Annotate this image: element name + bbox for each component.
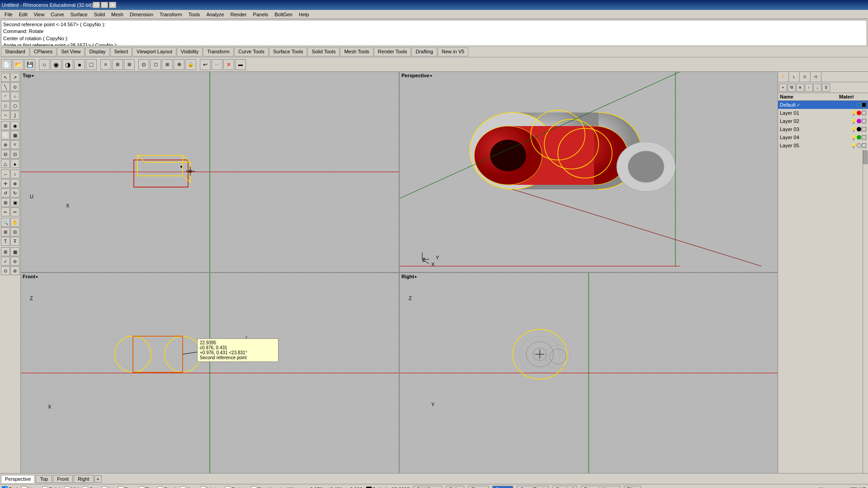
close-button[interactable]: ✕ — [109, 2, 116, 8]
vp-tab-top[interactable]: Top — [36, 475, 52, 483]
layer-02-material[interactable] — [862, 119, 866, 123]
snap-disable[interactable]: Disable — [251, 486, 274, 488]
menu-mesh[interactable]: Mesh — [108, 11, 126, 18]
layers-scrollbar[interactable] — [863, 150, 868, 473]
snap-perp-check[interactable] — [118, 486, 124, 488]
tool-save[interactable]: 💾 — [24, 59, 35, 70]
tool-curve2[interactable]: ∫ — [10, 111, 19, 120]
tab-drafting[interactable]: Drafting — [411, 47, 437, 56]
snap-point-check[interactable] — [42, 486, 48, 488]
viewport-front[interactable]: Front ▸ Z X — [21, 273, 399, 473]
snap-point[interactable]: Point — [42, 486, 60, 488]
tool-trim1[interactable]: ✁ — [1, 207, 10, 216]
tool-props[interactable]: ⊞ — [112, 59, 123, 70]
sb-record-history[interactable]: Record History — [581, 486, 620, 488]
tool-surface1[interactable]: ⬜ — [1, 131, 10, 140]
tab-render-tools[interactable]: Render Tools — [374, 47, 411, 56]
layer-05-color[interactable] — [857, 143, 861, 148]
layers-scrollbar-thumb[interactable] — [863, 150, 868, 164]
layer-05-visible[interactable]: 💡 — [851, 143, 856, 148]
layer-03-visible[interactable]: 💡 — [851, 127, 856, 132]
menu-tools[interactable]: Tools — [186, 11, 203, 18]
rp-tab-display[interactable]: D — [800, 72, 811, 82]
tool-shade[interactable]: ◑ — [62, 59, 73, 70]
snap-cen[interactable]: Cen — [82, 486, 98, 488]
tab-display[interactable]: Display — [85, 47, 109, 56]
layer-01-visible[interactable]: 💡 — [851, 111, 856, 116]
tool-text2[interactable]: Ŧ — [10, 237, 19, 246]
tool-scale1[interactable]: ⊞ — [1, 198, 10, 207]
viewport-right-arrow[interactable]: ▸ — [415, 275, 417, 279]
tool-zoom[interactable]: 🔍 — [1, 218, 10, 227]
tab-mesh-tools[interactable]: Mesh Tools — [340, 47, 373, 56]
tool-redo[interactable]: ↩ — [212, 59, 222, 70]
minimize-button[interactable]: — — [93, 2, 100, 8]
tool-trim2[interactable]: ✂ — [10, 207, 19, 216]
snap-knot-check[interactable] — [180, 486, 186, 488]
menu-edit[interactable]: Edit — [16, 11, 30, 18]
layer-05-material[interactable] — [862, 143, 866, 148]
layer-02-visible[interactable]: 💡 — [851, 119, 856, 124]
snap-int-check[interactable] — [102, 486, 108, 488]
tab-setview[interactable]: Set View — [57, 47, 85, 56]
tool-pt2[interactable]: ⊙ — [10, 82, 19, 91]
tool-cmdline[interactable]: ▬ — [235, 59, 246, 70]
snap-project[interactable]: Project — [225, 486, 247, 488]
layer-row-03[interactable]: Layer 03 💡 — [778, 125, 868, 133]
tool-ext1[interactable]: ⊞ — [1, 121, 10, 130]
tool-mesh1[interactable]: △ — [1, 159, 10, 168]
layer-03-material[interactable] — [862, 127, 866, 131]
tool-pan[interactable]: ✋ — [10, 218, 19, 227]
tool-sld2[interactable]: ⊡ — [10, 150, 19, 159]
viewport-right[interactable]: Right ▸ Z Y — [400, 273, 778, 473]
tool-move2[interactable]: ⊕ — [10, 179, 19, 188]
tool-select2[interactable]: ↗ — [10, 73, 19, 82]
tool-persp[interactable]: ◻ — [150, 59, 161, 70]
menu-surface[interactable]: Surface — [68, 11, 90, 18]
snap-project-check[interactable] — [225, 486, 231, 488]
snap-end-check[interactable] — [2, 486, 8, 488]
tool-render-shade[interactable]: ● — [74, 59, 85, 70]
tool-ext2[interactable]: ◉ — [10, 121, 19, 130]
tab-select[interactable]: Select — [110, 47, 132, 56]
tool-dim1[interactable]: ↔ — [1, 169, 10, 178]
snap-vertex-check[interactable] — [200, 486, 206, 488]
snap-knot[interactable]: Knot — [180, 486, 197, 488]
tab-transform[interactable]: Transform — [203, 47, 234, 56]
layer-row-01[interactable]: Layer 01 💡 — [778, 109, 868, 117]
layer-01-color[interactable] — [857, 111, 861, 115]
sb-planar[interactable]: Planar — [468, 486, 489, 488]
tool-layers[interactable]: ≡ — [100, 59, 111, 70]
layer-04-color[interactable] — [857, 135, 861, 140]
tool-sld1[interactable]: ⊟ — [1, 150, 10, 159]
sb-gumball[interactable]: Gumball — [552, 486, 577, 488]
rp-delete-layer[interactable]: ✕ — [796, 84, 804, 92]
tool-rot1[interactable]: ↺ — [1, 188, 10, 197]
tool-scale2[interactable]: ▣ — [10, 198, 19, 207]
layer-04-material[interactable] — [862, 135, 866, 140]
layer-02-color[interactable] — [857, 119, 861, 123]
tool-move1[interactable]: ✛ — [1, 179, 10, 188]
tool-poly[interactable]: ⬡ — [10, 101, 19, 110]
tool-circle[interactable]: ○ — [10, 92, 19, 101]
snap-mid-check[interactable] — [64, 486, 70, 488]
snap-tan-check[interactable] — [139, 486, 145, 488]
tool-misc2[interactable]: ⊚ — [10, 266, 19, 275]
tab-new-v5[interactable]: New in V5 — [438, 47, 468, 56]
sb-gridsnap[interactable]: Grid Snap — [413, 486, 442, 488]
snap-vertex[interactable]: Vertex — [200, 486, 221, 488]
tool-surf3[interactable]: ⊛ — [1, 140, 10, 149]
tool-open[interactable]: 📂 — [13, 59, 24, 70]
rp-tab-help[interactable]: H — [811, 72, 821, 82]
rp-tab-properties[interactable]: P — [778, 72, 789, 82]
tab-viewport-layout[interactable]: Viewport Layout — [132, 47, 176, 56]
tool-rect[interactable]: □ — [1, 101, 10, 110]
rp-move-up[interactable]: ↑ — [805, 84, 813, 92]
tool-grid2[interactable]: ▦ — [10, 247, 19, 256]
snap-near[interactable]: Near — [21, 486, 39, 488]
tool-mesh2[interactable]: ▲ — [10, 159, 19, 168]
tool-delete[interactable]: ✕ — [223, 59, 234, 70]
tab-cplanes[interactable]: CPlanes — [30, 47, 57, 56]
vp-tab-right[interactable]: Right — [74, 475, 94, 483]
snap-near-check[interactable] — [21, 486, 27, 488]
